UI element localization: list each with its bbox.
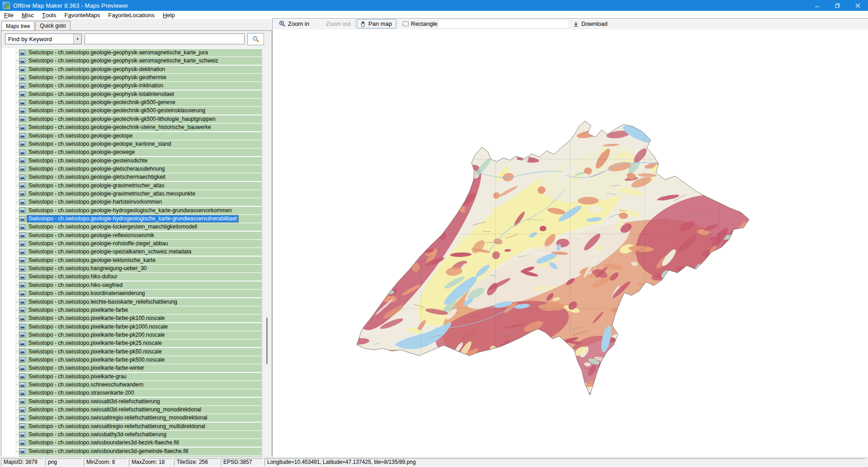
tree-item[interactable]: Swisstopo - ch.swisstopo.geologie-geotec…: [19, 99, 262, 106]
map-canvas[interactable]: [273, 29, 868, 457]
pan-hand-icon: [360, 21, 366, 27]
tree-item-label: Swisstopo - ch.swisstopo.swissaltiregio-…: [27, 415, 209, 421]
tree-item-label: Swisstopo - ch.swisstopo.strassenkarte-2…: [27, 390, 135, 396]
tree-item-label: Swisstopo - ch.swisstopo.swissboundaries…: [27, 456, 182, 457]
map-layer-icon: [19, 75, 25, 81]
zoom-in-button[interactable]: Zoom in: [276, 19, 312, 29]
tree-item[interactable]: Swisstopo - ch.swisstopo.pixelkarte-farb…: [19, 339, 262, 347]
tree-item[interactable]: Swisstopo - ch.swisstopo.pixelkarte-farb…: [19, 315, 262, 322]
chevron-down-icon[interactable]: ▼: [73, 34, 81, 44]
tree-item[interactable]: Swisstopo - ch.swisstopo.swissboundaries…: [19, 439, 262, 447]
tree-item[interactable]: Swisstopo - ch.swisstopo.swissalti3d-rel…: [19, 398, 262, 405]
tab-quick-goto[interactable]: Quick goto: [35, 21, 70, 30]
tree-item-label: Swisstopo - ch.swisstopo.geologie-geotec…: [27, 99, 177, 106]
tree-item[interactable]: Swisstopo - ch.swisstopo.pixelkarte-farb…: [19, 323, 262, 331]
maps-tree-list[interactable]: Swisstopo - ch.swisstopo.geologie-geophy…: [1, 48, 272, 457]
tree-item[interactable]: Swisstopo - ch.swisstopo.geologie-geophy…: [19, 66, 262, 73]
close-button[interactable]: [848, 0, 868, 11]
menu-help[interactable]: Help: [159, 11, 179, 19]
map-layer-icon: [19, 357, 25, 362]
tree-item-label: Swisstopo - ch.swisstopo.geologie-locker…: [27, 224, 198, 230]
tab-maps-tree[interactable]: Maps tree: [1, 21, 34, 30]
tree-item[interactable]: Swisstopo - ch.swisstopo.leichte-basiska…: [19, 298, 262, 306]
tree-item[interactable]: Swisstopo - ch.swisstopo.geologie-hydrog…: [19, 215, 262, 223]
tree-item[interactable]: Swisstopo - ch.swisstopo.geologie-gletsc…: [19, 165, 262, 173]
tree-item-label: Swisstopo - ch.swisstopo.swissalti3d-rel…: [27, 398, 161, 405]
tree-item[interactable]: Swisstopo - ch.swisstopo.geologie-geophy…: [19, 74, 262, 81]
search-input[interactable]: [85, 33, 245, 44]
tree-item[interactable]: Swisstopo - ch.swisstopo.pixelkarte-farb…: [19, 356, 262, 364]
tree-item[interactable]: Swisstopo - ch.swisstopo.pixelkarte-grau: [19, 373, 262, 381]
tree-item[interactable]: Swisstopo - ch.swisstopo.pixelkarte-farb…: [19, 364, 262, 372]
menu-favoritemaps[interactable]: FavoriteMaps: [61, 11, 104, 19]
tree-item[interactable]: Swisstopo - ch.swisstopo.hangneigung-ueb…: [19, 265, 262, 272]
tree-item[interactable]: Swisstopo - ch.swisstopo.swissaltiregio-…: [19, 423, 262, 430]
tree-scrollbar[interactable]: [262, 48, 272, 457]
tree-item[interactable]: Swisstopo - ch.swisstopo.geologie-geotop…: [19, 132, 262, 140]
status-cell: TileSize: 256: [174, 458, 219, 467]
toolbar-input[interactable]: [438, 19, 569, 29]
tree-item[interactable]: Swisstopo - ch.swisstopo.swissboundaries…: [19, 456, 262, 457]
map-layer-icon: [19, 166, 25, 172]
tree-scrollbar-thumb[interactable]: [266, 318, 268, 364]
tree-item[interactable]: Swisstopo - ch.swisstopo.geologie-gestei…: [19, 157, 262, 165]
tree-item[interactable]: Swisstopo - ch.swisstopo.swissalti3d-rel…: [19, 406, 262, 414]
pan-map-button[interactable]: Pan map: [357, 19, 396, 29]
tree-item[interactable]: Swisstopo - ch.swisstopo.koordinatenaend…: [19, 290, 262, 297]
maximize-button[interactable]: [827, 0, 848, 11]
map-layer-icon: [19, 208, 25, 213]
tree-item[interactable]: Swisstopo - ch.swisstopo.geologie-geophy…: [19, 82, 262, 90]
tree-item[interactable]: Swisstopo - ch.swisstopo.geologie-geophy…: [19, 57, 262, 65]
tree-item-label: Swisstopo - ch.swisstopo.pixelkarte-farb…: [27, 365, 146, 372]
tree-item[interactable]: Swisstopo - ch.swisstopo.geologie-geophy…: [19, 49, 262, 57]
tree-item[interactable]: Swisstopo - ch.swisstopo.geologie-geotec…: [19, 115, 262, 123]
menu-file[interactable]: File: [0, 11, 18, 19]
tree-item[interactable]: Swisstopo - ch.swisstopo.geologie-spezia…: [19, 248, 262, 256]
tree-item[interactable]: Swisstopo - ch.swisstopo.geologie-rohsto…: [19, 240, 262, 248]
tree-item[interactable]: Swisstopo - ch.swisstopo.geologie-hydrog…: [19, 207, 262, 214]
map-layer-icon: [19, 183, 25, 188]
map-layer-icon: [19, 233, 25, 238]
download-button[interactable]: Download: [570, 19, 610, 29]
rectangle-select-button[interactable]: Rectangle: [400, 19, 440, 29]
map-layer-icon: [19, 141, 25, 147]
tree-item[interactable]: Swisstopo - ch.swisstopo.schneeschuhwand…: [19, 381, 262, 389]
map-layer-icon: [19, 432, 25, 438]
tree-item[interactable]: Swisstopo - ch.swisstopo.pixelkarte-farb…: [19, 306, 262, 314]
tree-item[interactable]: Swisstopo - ch.swisstopo.geologie-gravim…: [19, 190, 262, 198]
tree-item[interactable]: Swisstopo - ch.swisstopo.hiks-dufour: [19, 273, 262, 281]
tree-item[interactable]: Swisstopo - ch.swisstopo.geologie-locker…: [19, 223, 262, 231]
tree-item-label: Swisstopo - ch.swisstopo.geologie-reflex…: [27, 232, 156, 239]
status-cell: MinZoom: 8: [84, 458, 127, 467]
tree-item[interactable]: Swisstopo - ch.swisstopo.geologie-geoweg…: [19, 148, 262, 156]
tree-item[interactable]: Swisstopo - ch.swisstopo.geologie-hartst…: [19, 198, 262, 206]
tree-item[interactable]: Swisstopo - ch.swisstopo.swissbathy3d-re…: [19, 431, 262, 438]
tree-item[interactable]: Swisstopo - ch.swisstopo.pixelkarte-farb…: [19, 348, 262, 356]
menu-tools[interactable]: Tools: [38, 11, 61, 19]
tree-item[interactable]: Swisstopo - ch.swisstopo.swissboundaries…: [19, 448, 262, 455]
tree-item[interactable]: Swisstopo - ch.swisstopo.geologie-geophy…: [19, 91, 262, 98]
tree-item[interactable]: Swisstopo - ch.swisstopo.swissaltiregio-…: [19, 414, 262, 422]
tree-item-label: Swisstopo - ch.swisstopo.geologie-gletsc…: [27, 174, 167, 181]
tree-item[interactable]: Swisstopo - ch.swisstopo.geologie-gravim…: [19, 182, 262, 190]
tree-item[interactable]: Swisstopo - ch.swisstopo.geologie-reflex…: [19, 232, 262, 239]
map-layer-icon: [19, 391, 25, 396]
search-mode-combobox[interactable]: Find by Keyword ▼: [5, 33, 82, 44]
map-layer-icon: [19, 125, 25, 130]
tree-item[interactable]: Swisstopo - ch.swisstopo.geologie-geotop…: [19, 140, 262, 148]
tree-item[interactable]: Swisstopo - ch.swisstopo.hiks-siegfried: [19, 281, 262, 289]
tree-item-label: Swisstopo - ch.swisstopo.geologie-geophy…: [27, 91, 175, 98]
menu-misc[interactable]: Misc: [18, 11, 38, 19]
tree-item-label: Swisstopo - ch.swisstopo.pixelkarte-farb…: [27, 340, 163, 347]
tree-item[interactable]: Swisstopo - ch.swisstopo.geologie-tekton…: [19, 257, 262, 264]
menu-favoritelocations[interactable]: FavoriteLocations: [104, 11, 159, 19]
search-button[interactable]: [247, 33, 264, 45]
tree-item[interactable]: Swisstopo - ch.swisstopo.geologie-geotec…: [19, 107, 262, 114]
tree-item[interactable]: Swisstopo - ch.swisstopo.geologie-geotec…: [19, 124, 262, 131]
tree-item[interactable]: Swisstopo - ch.swisstopo.pixelkarte-farb…: [19, 331, 262, 339]
tree-item[interactable]: Swisstopo - ch.swisstopo.geologie-gletsc…: [19, 173, 262, 181]
zoom-in-icon: [279, 20, 286, 27]
minimize-button[interactable]: [807, 0, 827, 11]
tree-item-label: Swisstopo - ch.swisstopo.koordinatenaend…: [27, 290, 146, 297]
tree-item[interactable]: Swisstopo - ch.swisstopo.strassenkarte-2…: [19, 389, 262, 397]
